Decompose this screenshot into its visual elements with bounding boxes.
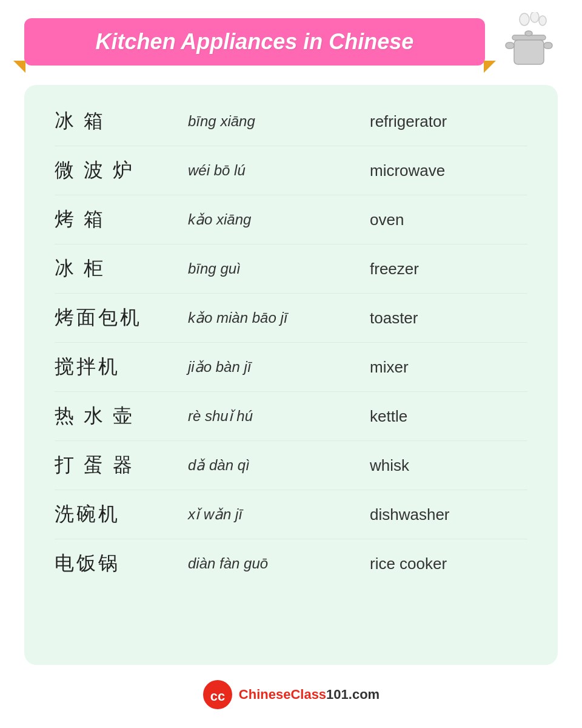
english-text: kettle bbox=[370, 407, 527, 426]
english-text: mixer bbox=[370, 358, 527, 377]
chinese-text: 电饭锅 bbox=[55, 550, 188, 577]
pinyin-text: bīng guì bbox=[188, 260, 370, 277]
svg-point-0 bbox=[520, 13, 529, 25]
pinyin-text: wéi bō lú bbox=[188, 162, 370, 179]
chinese-text: 烤面包机 bbox=[55, 305, 188, 331]
pinyin-text: bīng xiāng bbox=[188, 113, 370, 130]
chinese-text: 烤 箱 bbox=[55, 206, 188, 233]
english-text: dishwasher bbox=[370, 505, 527, 524]
svg-point-1 bbox=[530, 12, 539, 22]
header-area: Kitchen Appliances in Chinese bbox=[24, 18, 558, 73]
vocab-row: 烤面包机kǎo miàn bāo jītoaster bbox=[55, 294, 527, 343]
vocab-row: 电饭锅diàn fàn guōrice cooker bbox=[55, 539, 527, 588]
svg-rect-5 bbox=[514, 40, 544, 64]
svg-point-2 bbox=[539, 16, 546, 25]
english-text: refrigerator bbox=[370, 112, 527, 131]
vocab-row: 打 蛋 器dǎ dàn qìwhisk bbox=[55, 441, 527, 490]
chinese-text: 微 波 炉 bbox=[55, 157, 188, 184]
footer-text: ChineseClass101.com bbox=[239, 687, 380, 703]
svg-rect-6 bbox=[506, 42, 514, 49]
chinese-text: 洗碗机 bbox=[55, 501, 188, 528]
english-text: rice cooker bbox=[370, 554, 527, 573]
title-banner: Kitchen Appliances in Chinese bbox=[24, 18, 485, 66]
chinese-text: 搅拌机 bbox=[55, 354, 188, 380]
pot-icon bbox=[497, 12, 558, 73]
vocab-row: 搅拌机jiǎo bàn jīmixer bbox=[55, 343, 527, 392]
svg-point-4 bbox=[525, 31, 532, 36]
pinyin-text: jiǎo bàn jī bbox=[188, 359, 370, 376]
vocab-row: 冰 柜bīng guìfreezer bbox=[55, 244, 527, 294]
vocab-row: 烤 箱kǎo xiāngoven bbox=[55, 195, 527, 244]
cc-logo: cc bbox=[202, 679, 233, 710]
footer: cc ChineseClass101.com bbox=[202, 679, 380, 710]
english-text: microwave bbox=[370, 161, 527, 180]
vocab-row: 热 水 壶rè shuǐ húkettle bbox=[55, 392, 527, 441]
english-text: whisk bbox=[370, 456, 527, 475]
pinyin-text: diàn fàn guō bbox=[188, 555, 370, 572]
english-text: oven bbox=[370, 211, 527, 229]
chinese-text: 热 水 壶 bbox=[55, 403, 188, 430]
vocab-row: 洗碗机xǐ wǎn jīdishwasher bbox=[55, 490, 527, 539]
english-text: freezer bbox=[370, 260, 527, 278]
pinyin-text: kǎo xiāng bbox=[188, 211, 370, 228]
chinese-text: 冰 箱 bbox=[55, 108, 188, 135]
pinyin-text: kǎo miàn bāo jī bbox=[188, 309, 370, 326]
svg-text:cc: cc bbox=[210, 689, 225, 704]
page-title: Kitchen Appliances in Chinese bbox=[55, 29, 455, 55]
english-text: toaster bbox=[370, 309, 527, 328]
pinyin-text: rè shuǐ hú bbox=[188, 408, 370, 425]
chinese-text: 冰 柜 bbox=[55, 255, 188, 282]
chinese-text: 打 蛋 器 bbox=[55, 452, 188, 479]
brand-name: ChineseClass bbox=[239, 687, 326, 702]
vocab-row: 微 波 炉wéi bō lúmicrowave bbox=[55, 146, 527, 195]
domain-name: 101.com bbox=[326, 687, 380, 702]
svg-rect-7 bbox=[544, 42, 552, 49]
vocab-row: 冰 箱bīng xiāngrefrigerator bbox=[55, 97, 527, 146]
pinyin-text: xǐ wǎn jī bbox=[188, 506, 370, 523]
vocab-table: 冰 箱bīng xiāngrefrigerator微 波 炉wéi bō lúm… bbox=[24, 85, 558, 665]
pinyin-text: dǎ dàn qì bbox=[188, 457, 370, 474]
